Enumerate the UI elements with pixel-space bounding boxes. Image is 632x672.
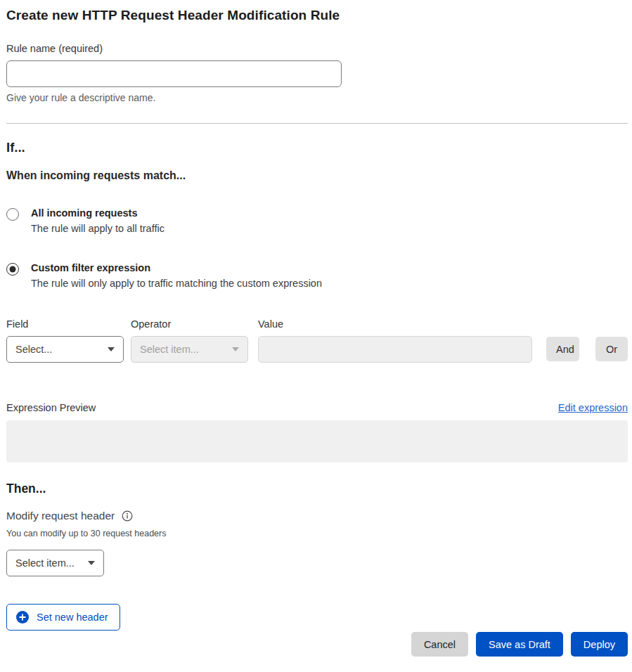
field-select-value: Select... [15, 344, 52, 355]
plus-circle-icon [16, 611, 29, 623]
match-subheading: When incoming requests match... [6, 169, 628, 182]
rule-name-label: Rule name (required) [6, 43, 628, 54]
chevron-down-icon [108, 347, 115, 351]
radio-description: The rule will only apply to traffic matc… [31, 278, 322, 289]
if-heading: If... [6, 140, 628, 155]
radio-label: All incoming requests [31, 207, 165, 219]
operator-label: Operator [131, 318, 248, 330]
or-button[interactable]: Or [595, 337, 628, 361]
then-heading: Then... [6, 482, 628, 496]
save-as-draft-button[interactable]: Save as Draft [476, 632, 563, 657]
radio-label: Custom filter expression [31, 262, 322, 273]
rule-name-input[interactable] [6, 60, 342, 87]
section-divider [6, 123, 628, 124]
modify-request-header-label: Modify request header [6, 510, 115, 522]
value-input [258, 336, 532, 363]
radio-unselected-icon[interactable] [6, 208, 19, 221]
radio-selected-icon[interactable] [6, 263, 19, 276]
and-button[interactable]: And [546, 337, 579, 361]
field-select[interactable]: Select... [6, 336, 124, 363]
headers-limit-helper: You can modify up to 30 request headers [6, 529, 628, 538]
header-item-select[interactable]: Select item... [6, 550, 104, 576]
deploy-button[interactable]: Deploy [571, 632, 628, 657]
set-new-header-label: Set new header [37, 612, 108, 623]
radio-option-all-incoming[interactable]: All incoming requests The rule will appl… [6, 207, 628, 234]
rule-name-helper: Give your rule a descriptive name. [6, 92, 628, 103]
create-rule-form: Create new HTTP Request Header Modificat… [0, 0, 632, 657]
expression-preview-label: Expression Preview [6, 402, 96, 413]
expression-preview-box [6, 420, 628, 463]
operator-select-value: Select item... [140, 344, 199, 355]
radio-option-custom-filter[interactable]: Custom filter expression The rule will o… [6, 262, 628, 289]
footer-actions: Cancel Save as Draft Deploy [6, 632, 628, 657]
radio-description: The rule will apply to all traffic [31, 223, 165, 234]
set-new-header-button[interactable]: Set new header [6, 604, 120, 631]
page-title: Create new HTTP Request Header Modificat… [6, 8, 628, 23]
value-label: Value [258, 318, 532, 330]
info-icon[interactable] [122, 510, 133, 522]
operator-select: Select item... [131, 336, 248, 363]
header-item-select-value: Select item... [15, 557, 75, 569]
expression-builder-row: Field Select... Operator Select item... … [6, 318, 628, 363]
chevron-down-icon [232, 347, 239, 351]
edit-expression-link[interactable]: Edit expression [558, 402, 628, 413]
field-label: Field [6, 318, 124, 330]
cancel-button[interactable]: Cancel [411, 632, 468, 657]
chevron-down-icon [88, 561, 95, 565]
